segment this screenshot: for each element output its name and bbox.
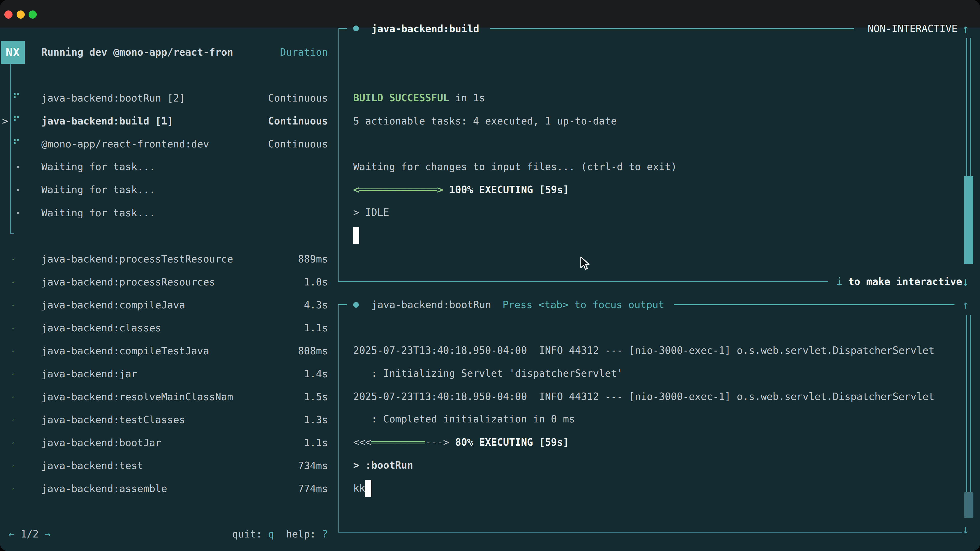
bottom-panel-left-border: [338, 305, 339, 532]
progress-label: 100% EXECUTING [59s]: [443, 184, 569, 195]
log-line: : Completed initialization in 0 ms: [353, 408, 575, 430]
progress-arrow-left: <: [353, 184, 359, 195]
waiting-task-row: Waiting for task...: [41, 202, 155, 224]
task-row-done[interactable]: java-backend:testClasses: [41, 408, 185, 431]
top-panel-left-border: [338, 28, 339, 282]
quit-key[interactable]: q: [268, 528, 274, 540]
nx-logo: NX: [1, 41, 25, 64]
spinner-icon: ⠋: [12, 110, 21, 133]
focus-output-hint: Press <tab> to focus output: [503, 293, 664, 316]
task-time: 1.3s: [304, 408, 328, 431]
task-row-done[interactable]: java-backend:compileTestJava: [41, 340, 209, 362]
task-row-done[interactable]: java-backend:compileJava: [41, 294, 185, 317]
make-interactive-hint[interactable]: i to make interactive: [836, 270, 962, 293]
check-icon: ✓: [12, 386, 15, 408]
tasks-summary-line: 5 actionable tasks: 4 executed, 1 up-to-…: [353, 110, 617, 133]
terminal-cursor: [365, 480, 371, 497]
scroll-down-icon[interactable]: ↓: [962, 518, 969, 541]
next-page-arrow-icon[interactable]: →: [45, 528, 51, 540]
task-row-done[interactable]: java-backend:test: [41, 454, 143, 477]
scrollbar-track[interactable]: [966, 38, 971, 176]
page-indicator: 1/2: [21, 528, 38, 540]
task-row-frontend-dev[interactable]: @mono-app/react-frontend:dev: [41, 133, 209, 156]
bottom-panel-header-stub: [338, 304, 347, 305]
task-status: Continuous: [268, 87, 328, 110]
task-time: 808ms: [298, 340, 328, 362]
task-bullet-icon: [353, 302, 359, 308]
pagination: ← 1/2 →: [9, 523, 51, 546]
zoom-button[interactable]: [29, 11, 37, 19]
build-result-line: BUILD SUCCESSFUL in 1s: [353, 86, 485, 110]
progress-dashes: --->: [425, 437, 449, 448]
task-status: Continuous: [268, 133, 328, 156]
bottom-panel-title: java-backend:bootRun: [371, 293, 491, 316]
progress-arrow-right: >: [437, 184, 443, 195]
scroll-up-icon[interactable]: ↑: [962, 17, 969, 40]
scrollbar-thumb[interactable]: [964, 176, 973, 264]
idle-line: > IDLE: [353, 201, 389, 224]
task-row-done[interactable]: java-backend:assemble: [41, 477, 167, 500]
task-bullet-icon: [353, 25, 359, 31]
check-icon: ✓: [12, 477, 15, 500]
task-time: 1.5s: [304, 386, 328, 408]
duration-column-header: Duration: [280, 41, 328, 64]
task-time: 734ms: [298, 454, 328, 477]
check-icon: ✓: [12, 431, 15, 454]
task-row-done[interactable]: java-backend:classes: [41, 317, 161, 340]
task-time: 4.3s: [304, 294, 328, 317]
keyboard-hints: quit: q help: ?: [232, 523, 328, 546]
progress-prefix: <<<: [353, 437, 371, 448]
top-panel-bottom-border: [338, 281, 828, 282]
scroll-up-icon[interactable]: ↑: [962, 293, 969, 316]
log-line: 2025-07-23T13:40:18.950-04:00 INFO 44312…: [353, 339, 935, 362]
top-panel-title: java-backend:build: [371, 17, 479, 40]
task-time: 1.4s: [304, 362, 328, 386]
log-line: 2025-07-23T13:40:18.950-04:00 INFO 44312…: [353, 385, 935, 408]
task-row-done[interactable]: java-backend:bootJar: [41, 431, 161, 454]
waiting-task-row: Waiting for task...: [41, 178, 155, 201]
waiting-dot-icon: ·: [14, 202, 22, 224]
task-row-done[interactable]: java-backend:jar: [41, 362, 137, 386]
terminal-cursor: [353, 227, 360, 244]
check-icon: ✓: [12, 294, 15, 317]
selected-caret-icon: >: [2, 110, 8, 133]
progress-bar-fill: ═════════════: [359, 184, 437, 195]
minimize-button[interactable]: [17, 11, 25, 19]
task-time: 889ms: [298, 248, 328, 271]
waiting-task-row: Waiting for task...: [41, 156, 155, 178]
scroll-down-icon[interactable]: ↓: [962, 270, 969, 293]
quit-label: quit:: [232, 528, 262, 540]
check-icon: ✓: [12, 271, 15, 294]
interactive-hint-text: to make interactive: [842, 276, 962, 287]
sidebar-title: Running dev @mono-app/react-fron: [41, 41, 233, 64]
log-line: : Initializing Servlet 'dispatcherServle…: [353, 362, 623, 385]
top-panel-header-rule: [490, 28, 854, 29]
task-row-build-selected[interactable]: java-backend:build [1]: [41, 110, 173, 133]
waiting-dot-icon: ·: [14, 178, 22, 201]
build-successful-text: BUILD SUCCESSFUL: [353, 92, 449, 103]
task-row-bootrun[interactable]: java-backend:bootRun [2]: [41, 87, 185, 110]
gradle-progress-bar: <═════════════> 100% EXECUTING [59s]: [353, 178, 569, 201]
scrollbar-thumb[interactable]: [964, 492, 973, 518]
task-row-done[interactable]: java-backend:processTestResource: [41, 248, 233, 271]
help-key[interactable]: ?: [322, 528, 328, 540]
check-icon: ✓: [12, 317, 15, 340]
task-row-done[interactable]: java-backend:processResources: [41, 271, 215, 294]
typed-input-text[interactable]: kk: [353, 477, 365, 500]
check-icon: ✓: [12, 454, 15, 477]
task-time: 1.1s: [304, 317, 328, 340]
task-time: 774ms: [298, 477, 328, 500]
top-panel-header-stub: [338, 28, 347, 29]
task-tree-connector-foot: [10, 233, 14, 234]
bottom-panel-bottom-border: [338, 532, 962, 533]
titlebar: [0, 0, 980, 27]
scrollbar-track[interactable]: [966, 315, 971, 492]
close-button[interactable]: [4, 11, 13, 19]
task-row-done[interactable]: java-backend:resolveMainClassNam: [41, 386, 233, 408]
bottom-panel-header-rule: [674, 304, 955, 305]
spinner-icon: ⠋: [12, 133, 21, 156]
prev-page-arrow-icon[interactable]: ←: [9, 528, 14, 540]
task-time: 1.0s: [304, 271, 328, 294]
waiting-for-changes-line: Waiting for changes to input files... (c…: [353, 156, 677, 178]
terminal-window: NX Running dev @mono-app/react-fron Dura…: [0, 0, 980, 551]
